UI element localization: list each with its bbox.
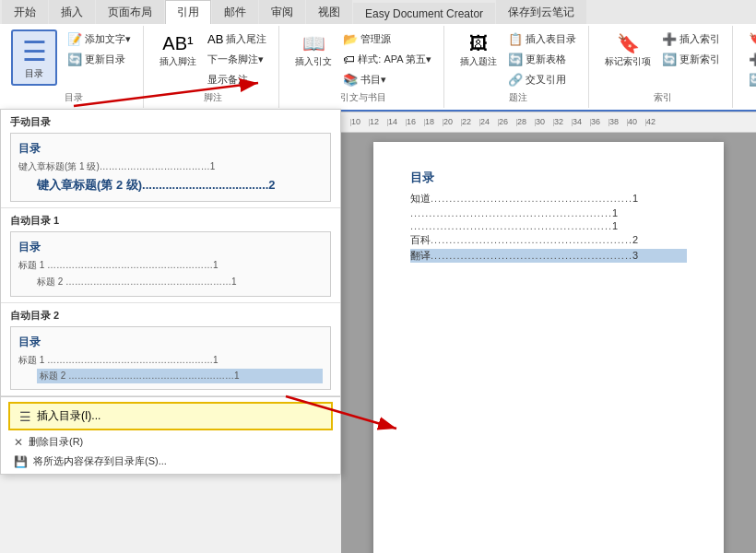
mark-citation-icon: 🔖 [749,32,756,46]
citation-icon: 📖 [302,32,325,54]
add-text-btn[interactable]: 📝 添加文字▾ [63,29,136,49]
cross-ref-label: 交叉引用 [526,73,566,87]
auto1-toc-section: 自动目录 1 目录 标题 1 ………………………………………………1 标题 2 … [1,208,340,303]
doc-item-page-2: 1 [612,207,618,218]
ruler-12: 12 [369,119,387,126]
ruler-14: 14 [387,119,406,126]
tab-view[interactable]: 视图 [306,0,352,24]
mark-icon: 🔖 [617,32,640,54]
update-icon: 🔄 [67,53,82,66]
group-label-index: 索引 [654,91,672,104]
insert-toc-label: 插入目录(I)... [37,408,100,424]
update-index-label: 更新索引 [679,53,720,66]
insert-caption-btn[interactable]: 🖼 插入题注 [455,29,502,71]
manage-source-btn[interactable]: 📂 管理源 [338,29,436,49]
tab-easy-doc[interactable]: Easy Document Creator [353,3,495,24]
manage-source-label: 管理源 [360,32,391,46]
delete-toc-btn[interactable]: ✕ 删除目录(R) [5,432,337,452]
insert-index-btn[interactable]: ➕ 插入索引 [657,29,725,49]
doc-page: 目录 知道...................................… [373,142,724,553]
insert-citation-toc-btn[interactable]: ➕ 插入引文目录 [744,50,756,69]
bib-icon: 📚 [343,73,358,87]
update-table-btn[interactable]: 🔄 更新表格 [503,50,581,69]
mark-index-btn[interactable]: 🔖 标记索引项 [600,29,656,71]
group-label-citation: 引文与书目 [340,91,386,104]
tab-layout[interactable]: 页面布局 [96,0,164,24]
mark-citation-btn[interactable]: 🔖 标记引文 [744,29,756,49]
insert-footnote-btn[interactable]: AB¹ 插入脚注 [155,29,201,71]
auto1-toc-box: 目录 标题 1 ………………………………………………1 标题 2 …………………… [10,231,331,297]
endnote-icon: AB [207,32,223,46]
insert-toc-btn[interactable]: ☰ 插入目录(I)... [8,402,333,430]
doc-item-page-4: 2 [632,234,638,245]
update-table-icon: 🔄 [508,53,523,66]
doc-item-dots-3: ........................................… [410,220,612,231]
ruler-24: 24 [479,119,498,126]
insert-footnote-label: 插入脚注 [159,55,196,68]
tab-review[interactable]: 审阅 [259,0,305,24]
ruler-22: 22 [461,119,479,126]
manual-toc-item-1: 键入章标题(第 1 级)………………………………1 [18,159,323,175]
auto2-toc-item-1: 标题 1 ………………………………………………1 [18,352,323,369]
cross-ref-btn[interactable]: 🔗 交叉引用 [503,70,581,89]
insert-table-toc-btn[interactable]: 📋 插入表目录 [503,29,581,49]
style-label: 样式: APA 第五▾ [358,53,431,66]
ruler-34: 34 [572,119,590,126]
ribbon-group-footnote: AB¹ 插入脚注 AB 插入尾注 下一条脚注▾ 显示备注 脚注 [148,26,279,108]
bibliography-btn[interactable]: 📚 书目▾ [338,70,436,89]
manual-toc-section: 手动目录 目录 键入章标题(第 1 级)………………………………1 键入章标题(… [1,110,340,208]
auto2-toc-title: 自动目录 2 [10,309,331,323]
mark-index-label: 标记索引项 [605,55,651,68]
save-toc-btn[interactable]: 💾 将所选内容保存到目录库(S)... [5,452,337,471]
cross-ref-icon: 🔗 [508,73,523,87]
doc-item-dots-1: ........................................… [431,193,632,204]
tab-save-cloud[interactable]: 保存到云笔记 [496,0,586,24]
group-label-toc: 目录 [65,91,83,104]
next-footnote-btn[interactable]: 下一条脚注▾ [203,50,271,69]
auto2-toc-box: 目录 标题 1 ………………………………………………1 标题 2 …………………… [10,326,331,390]
delete-toc-label: 删除目录(R) [29,435,83,449]
insert-citation-toc-icon: ➕ [749,53,756,66]
ribbon-group-caption: 🖼 插入题注 📋 插入表目录 🔄 更新表格 🔗 交叉引用 [448,26,589,108]
ruler-42: 42 [645,119,664,126]
doc-item-dots-4: ........................................… [431,234,632,245]
ribbon-group-toc: ☰ 目录 📝 添加文字▾ 🔄 更新目录 目录 [4,26,144,108]
ruler-36: 36 [590,119,608,126]
ribbon: 开始 插入 页面布局 引用 邮件 审阅 视图 Easy Document Cre… [0,0,756,112]
tab-references[interactable]: 引用 [165,0,211,24]
caption-icon: 🖼 [469,32,488,54]
tab-home[interactable]: 开始 [2,0,48,24]
insert-citation-btn[interactable]: 📖 插入引文 [290,29,337,71]
doc-item-page-5: 3 [632,250,638,261]
doc-toc-row-1: 知道......................................… [410,192,687,206]
ruler-18: 18 [424,119,443,126]
toc-footer: ☰ 插入目录(I)... ✕ 删除目录(R) 💾 将所选内容保存到目录库(S).… [1,396,340,474]
show-notes-btn[interactable]: 显示备注 [203,70,271,89]
group-label-footnote: 脚注 [204,91,222,104]
manual-toc-item-2: 键入章标题(第 2 级)............................… [37,175,323,195]
update-index-btn[interactable]: 🔄 更新索引 [657,50,725,69]
auto2-toc-label: 目录 [18,333,323,352]
doc-toc-title: 目录 [410,170,687,186]
table-toc-icon: 📋 [508,32,523,46]
tab-mail[interactable]: 邮件 [212,0,258,24]
update-toc-btn[interactable]: 🔄 更新目录 [63,50,136,69]
toc-button-large[interactable]: ☰ 目录 [11,29,57,86]
auto1-toc-title: 自动目录 1 [10,214,331,228]
update-table-label: 更新表格 [526,53,566,66]
footnote-icon: AB¹ [162,32,193,54]
auto1-toc-item-1: 标题 1 ………………………………………………1 [18,257,323,274]
style-btn[interactable]: 🏷 样式: APA 第五▾ [338,50,436,69]
insert-endnote-btn[interactable]: AB 插入尾注 [203,29,271,49]
tab-insert[interactable]: 插入 [49,0,95,24]
bibliography-label: 书目▾ [360,73,386,87]
ribbon-group-legal: 🔖 标记引文 ➕ 插入引文目录 🔄 更新引文目录 引文目录 [737,26,756,108]
ruler-38: 38 [608,119,627,126]
toc-dropdown: 手动目录 目录 键入章标题(第 1 级)………………………………1 键入章标题(… [0,109,341,475]
insert-toc-icon: ☰ [19,409,31,424]
next-footnote-label: 下一条脚注▾ [207,53,264,66]
auto1-toc-label: 目录 [18,238,323,257]
update-citation-btn[interactable]: 🔄 更新引文目录 [744,70,756,89]
save-toc-label: 将所选内容保存到目录库(S)... [33,454,167,468]
delete-toc-icon: ✕ [14,436,23,449]
